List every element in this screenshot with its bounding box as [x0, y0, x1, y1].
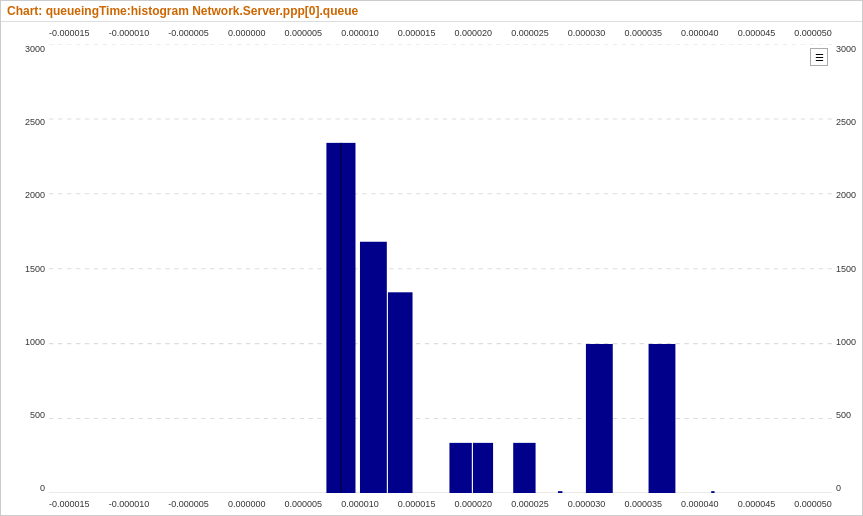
legend-button[interactable]: ☰	[810, 48, 828, 66]
chart-title-name: queueingTime:histogram Network.Server.pp…	[46, 4, 359, 18]
bar-5	[473, 443, 493, 494]
y-axis-left: 3000 2500 2000 1500 1000 500 0	[1, 44, 49, 493]
chart-svg	[49, 44, 832, 493]
bar-tiny	[558, 491, 562, 493]
chart-body: -0.000015 -0.000010 -0.000005 0.000000 0…	[1, 22, 862, 515]
bar-6	[513, 443, 535, 494]
bar-3	[388, 292, 413, 493]
chart-container: Chart: queueingTime:histogram Network.Se…	[0, 0, 863, 516]
bar-2	[360, 242, 387, 494]
y-axis-right: 3000 2500 2000 1500 1000 500 0	[832, 44, 862, 493]
bar-7	[586, 344, 613, 493]
bar-4	[449, 443, 471, 494]
chart-svg-area: ☰	[49, 44, 832, 493]
bottom-axis-labels: -0.000015 -0.000010 -0.000005 0.000000 0…	[49, 499, 832, 509]
bar-tiny2	[711, 491, 714, 493]
app: Chart: queueingTime:histogram Network.Se…	[0, 0, 863, 516]
bottom-axis: -0.000015 -0.000010 -0.000005 0.000000 0…	[1, 493, 862, 515]
bar-8	[649, 344, 676, 493]
plot-area: 3000 2500 2000 1500 1000 500 0	[1, 44, 862, 493]
top-axis-labels: -0.000015 -0.000010 -0.000005 0.000000 0…	[49, 28, 832, 38]
chart-title-prefix: Chart:	[7, 4, 46, 18]
top-axis: -0.000015 -0.000010 -0.000005 0.000000 0…	[1, 22, 862, 44]
chart-title: Chart: queueingTime:histogram Network.Se…	[1, 1, 862, 22]
